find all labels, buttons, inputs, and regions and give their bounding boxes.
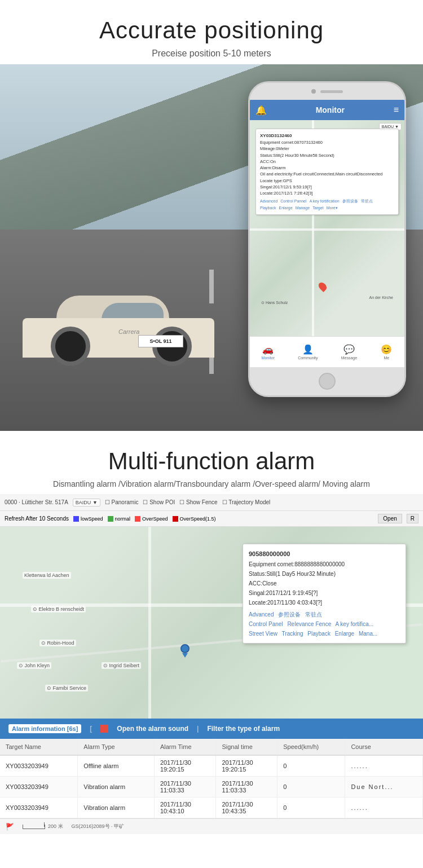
r-button[interactable]: R <box>407 514 418 523</box>
label-john: ⊙ John Kleyn <box>17 662 51 669</box>
alarm-info-bar: Alarm information [6s] [ Open the alarm … <box>0 719 423 739</box>
link-enlarge[interactable]: Enlarge <box>279 206 293 210</box>
section2-title: Multi-function alarm <box>11 448 412 475</box>
phone-map-info-popup: XY03D3132460 Equipment cornet:0870731324… <box>255 129 399 215</box>
label-ingrid: ⊙ Ingrid Seibert <box>102 662 141 669</box>
low-speed-dot <box>73 516 79 522</box>
th-target: Target Name <box>0 739 78 755</box>
link-parking[interactable]: 常驻点 <box>361 199 373 203</box>
link-device[interactable]: 参照设备 <box>342 199 358 203</box>
table-header-row: Target Name Alarm Type Alarm Time Signal… <box>0 739 423 755</box>
popup-link-parking[interactable]: 常驻点 <box>305 611 322 618</box>
th-speed: Speed(km/h) <box>277 739 345 755</box>
table-row: XY0033203949 Vibration alarm 2017/11/301… <box>0 777 423 797</box>
car-logo: Carrera <box>118 328 139 335</box>
overspeed15-dot <box>173 516 178 522</box>
section1-header: Accurate positioning Preceise position 5… <box>0 0 423 64</box>
popup-status: Status:Still(2 Hour30 Minute58 Second) <box>260 152 394 158</box>
cell-alarm-type-2: Vibration alarm <box>78 797 155 818</box>
map-location-pin <box>180 644 190 656</box>
cell-target-1: XY0033203949 <box>0 777 78 797</box>
section2-header: Multi-function alarm Dismantling alarm /… <box>0 431 423 494</box>
cell-course-0: ...... <box>345 755 423 777</box>
popup-links: Advanced Control Pannel A key fortificat… <box>260 198 394 211</box>
section1-title: Accurate positioning <box>11 17 412 44</box>
th-course: Course <box>345 739 423 755</box>
popup-links2: Advanced 参照设备 常驻点 Control Panel Relevanc… <box>249 610 400 638</box>
link-playback[interactable]: Playback <box>260 206 276 210</box>
popup-acc: ACC:On <box>260 158 394 165</box>
toolbar-trajectory[interactable]: ☐ Trajectory Model <box>222 499 271 505</box>
open-button[interactable]: Open <box>378 514 402 523</box>
phone-screen: 🔔 Monitor ≡ BAIDU ▼ XY03D3132460 Equipme… <box>250 100 404 367</box>
popup-link-fortification[interactable]: A key fortifica... <box>335 621 373 627</box>
toolbar-show-fence[interactable]: ☐ Show Fence <box>179 499 217 505</box>
alarm-filter[interactable]: Filter the type of alarm <box>207 725 280 733</box>
popup-link-enlarge[interactable]: Enlarge <box>335 631 354 637</box>
link-more[interactable]: More▾ <box>327 206 338 210</box>
kirche-label: An der Kirche <box>369 296 393 299</box>
toolbar-dropdown[interactable]: BAIDU ▼ <box>73 499 100 506</box>
popup-link-relevance[interactable]: Relevance Fence <box>287 621 331 627</box>
hans-label: ⊙ Hans Schulz <box>261 301 288 305</box>
link-control[interactable]: Control Pannel <box>280 199 306 203</box>
overspeed-dot <box>135 516 140 522</box>
toolbar-show-poi[interactable]: ☐ Show POI <box>143 499 175 505</box>
popup-link-playback[interactable]: Playback <box>307 631 331 637</box>
cell-signal-time-0: 2017/11/3019:20:15 <box>216 755 277 777</box>
scale-bar: 200 米 <box>23 823 63 830</box>
map-road-h <box>250 228 404 231</box>
speed-legend-overspeed: OverSpeed <box>135 516 168 522</box>
phone-top-bar <box>250 83 404 100</box>
refresh-label: Refresh After 10 Seconds <box>5 515 69 522</box>
popup-status2: Status:Still(1 Day5 Hour32 Minute) <box>249 569 400 579</box>
popup-singal: Singal:2017/12/1 9:53:19[7] <box>260 184 394 190</box>
nav-community[interactable]: 👤 Community <box>298 345 318 360</box>
nav-me[interactable]: 😊 Me <box>380 345 393 360</box>
popup-link-street[interactable]: Street View <box>249 631 277 637</box>
popup-locate-type: Locate type:GPS <box>260 178 394 184</box>
cell-course-1: Due Nort... <box>345 777 423 797</box>
popup-equipment2: Equipment cornet:8888888880000000 <box>249 559 400 569</box>
link-target[interactable]: Target <box>312 206 323 210</box>
popup-link-reference[interactable]: 参照设备 <box>278 611 301 618</box>
app-title: Monitor <box>316 105 345 114</box>
nav-monitor[interactable]: 🚗 Monitor <box>262 345 275 360</box>
cell-target-2: XY0033203949 <box>0 797 78 818</box>
monitor-icon: 🚗 <box>262 345 274 355</box>
popup-locate2: Locate:2017/11/30 4:03:43[?] <box>249 598 400 607</box>
link-advanced[interactable]: Advanced <box>260 199 277 203</box>
scale-label: 200 米 <box>48 823 63 830</box>
app-map-area: BAIDU ▼ XY03D3132460 Equipment cornet:08… <box>250 120 404 336</box>
alarm-open-sound[interactable]: Open the alarm sound <box>117 725 188 733</box>
popup-link-control[interactable]: Control Panel <box>249 621 283 627</box>
app-nav-bar: 🚗 Monitor 👤 Community 💬 Message 😊 Me <box>250 336 404 367</box>
pin-head <box>180 644 190 653</box>
cell-signal-time-1: 2017/11/3011:03:33 <box>216 777 277 797</box>
map-road-vertical <box>148 527 151 719</box>
nav-message[interactable]: 💬 Message <box>341 345 357 360</box>
popup-locate: Locate:2017/12/1 7:26:42[3] <box>260 190 394 196</box>
popup-acc2: ACC:Close <box>249 579 400 588</box>
cell-speed-2: 0 <box>277 797 345 818</box>
popup-link-tracking[interactable]: Tracking <box>282 631 303 637</box>
link-manage[interactable]: Manage <box>296 206 310 210</box>
toolbar-panoramic[interactable]: ☐ Panoramic <box>105 499 139 505</box>
alarm-sound-icon <box>100 725 108 733</box>
phone-home-btn[interactable] <box>250 367 404 395</box>
menu-icon: ≡ <box>394 105 399 115</box>
link-fortification[interactable]: A key fortification <box>310 199 340 203</box>
bell-icon: 🔔 <box>255 105 267 116</box>
cell-speed-0: 0 <box>277 755 345 777</box>
cell-alarm-type-0: Offline alarm <box>78 755 155 777</box>
scale-line <box>23 825 45 829</box>
section2-subtitle: Dismantling alarm /Vibration alarm/Trans… <box>11 479 412 488</box>
phone-camera <box>311 89 316 94</box>
th-signal-time: Signal time <box>216 739 277 755</box>
map-info-popup: 905880000000 Equipment cornet:8888888880… <box>243 544 406 644</box>
popup-link-manage[interactable]: Mana... <box>359 631 377 637</box>
cell-speed-1: 0 <box>277 777 345 797</box>
speed-legend-normal: normal <box>108 516 131 522</box>
cell-alarm-type-1: Vibration alarm <box>78 777 155 797</box>
popup-link-advanced[interactable]: Advanced <box>249 611 274 618</box>
